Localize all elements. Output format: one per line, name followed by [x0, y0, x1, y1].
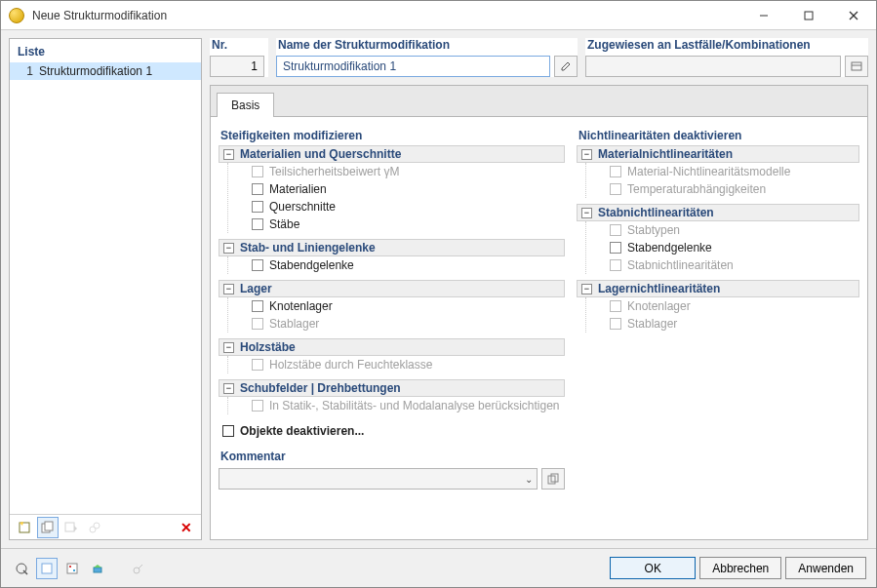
- checkbox[interactable]: [252, 201, 263, 213]
- checkbox[interactable]: [252, 300, 263, 312]
- apply-button[interactable]: Anwenden: [785, 557, 866, 579]
- group-materialien[interactable]: − Materialien und Querschnitte: [219, 145, 565, 163]
- checkbox[interactable]: [610, 300, 621, 312]
- dropdown-icon[interactable]: [60, 517, 82, 538]
- group-holz[interactable]: − Holzstäbe: [219, 338, 565, 356]
- checkbox[interactable]: [252, 318, 263, 330]
- item-knotenlager[interactable]: Knotenlager: [228, 297, 565, 315]
- group-lagernl[interactable]: − Lagernichtlinearitäten: [577, 280, 859, 297]
- expander-icon[interactable]: −: [223, 149, 234, 160]
- group-lager[interactable]: − Lager: [219, 280, 565, 297]
- item-matnl-modelle[interactable]: Material-Nichtlinearitätsmodelle: [586, 163, 859, 180]
- delete-icon[interactable]: ✕: [176, 517, 197, 538]
- help-icon[interactable]: [11, 558, 32, 579]
- nr-input[interactable]: [210, 56, 264, 77]
- svg-rect-17: [67, 564, 77, 573]
- main-panel: Basis Steifigkeiten modifizieren − Mater…: [210, 85, 868, 540]
- view2-icon[interactable]: [61, 558, 83, 579]
- checkbox[interactable]: [252, 259, 263, 271]
- checkbox[interactable]: [252, 359, 263, 371]
- kommentar-select[interactable]: ⌄: [219, 468, 538, 490]
- expander-icon[interactable]: −: [223, 243, 234, 254]
- top-row: Nr. Name der Strukturmodifikation Zugewi…: [210, 38, 868, 77]
- checkbox[interactable]: [252, 218, 263, 230]
- item-feuchte[interactable]: Holzstäbe durch Feuchteklasse: [228, 356, 565, 373]
- expander-icon[interactable]: −: [581, 149, 592, 160]
- minimize-button[interactable]: [741, 1, 786, 29]
- svg-rect-16: [42, 564, 52, 573]
- stiffness-column: Steifigkeiten modifizieren − Materialien…: [219, 125, 565, 531]
- checkbox[interactable]: [610, 224, 621, 236]
- svg-rect-1: [805, 12, 813, 20]
- group-gelenke[interactable]: − Stab- und Liniengelenke: [219, 239, 565, 256]
- liste-header: Liste: [10, 39, 201, 62]
- checkbox[interactable]: [610, 183, 621, 195]
- svg-line-22: [139, 565, 142, 568]
- nr-label: Nr.: [210, 38, 268, 56]
- maximize-button[interactable]: [786, 1, 831, 29]
- link-icon[interactable]: [84, 517, 105, 538]
- group-schub[interactable]: − Schubfelder | Drehbettungen: [219, 379, 565, 397]
- nonlin-column: Nichtlinearitäten deaktivieren − Materia…: [577, 125, 859, 531]
- objekte-deaktivieren[interactable]: Objekte deaktivieren...: [219, 414, 565, 442]
- close-button[interactable]: [831, 1, 876, 29]
- view3-icon[interactable]: [87, 558, 108, 579]
- nonlin-title: Nichtlinearitäten deaktivieren: [577, 125, 859, 145]
- ok-button[interactable]: OK: [610, 557, 696, 579]
- item-stabendgelenke[interactable]: Stabendgelenke: [228, 256, 565, 274]
- name-box: Name der Strukturmodifikation: [276, 38, 578, 77]
- stiffness-title: Steifigkeiten modifizieren: [219, 125, 565, 145]
- expander-icon[interactable]: −: [223, 284, 234, 294]
- item-stabnl-stabtypen[interactable]: Stabtypen: [586, 221, 859, 239]
- tab-basis[interactable]: Basis: [217, 93, 274, 117]
- copy-icon[interactable]: [37, 517, 59, 538]
- expander-icon[interactable]: −: [223, 383, 234, 394]
- svg-point-19: [73, 569, 75, 571]
- settings-icon[interactable]: [128, 558, 149, 579]
- checkbox[interactable]: [252, 166, 263, 177]
- new-icon[interactable]: [14, 517, 35, 538]
- item-staebe[interactable]: Stäbe: [228, 216, 565, 233]
- checkbox[interactable]: [252, 183, 263, 195]
- view1-icon[interactable]: [36, 558, 58, 579]
- item-stabnl-stabendgelenke[interactable]: Stabendgelenke: [586, 239, 859, 256]
- cancel-button[interactable]: Abbrechen: [699, 557, 781, 579]
- group-matnl[interactable]: − Materialnichtlinearitäten: [577, 145, 859, 163]
- item-querschnitte[interactable]: Querschnitte: [228, 198, 565, 216]
- item-teilsicherheit[interactable]: Teilsicherheitsbeiwert γM: [228, 163, 565, 180]
- item-lagernl-stab[interactable]: Stablager: [586, 315, 859, 333]
- app-icon: [9, 8, 24, 23]
- checkbox[interactable]: [610, 242, 621, 254]
- checkbox[interactable]: [222, 425, 234, 437]
- kommentar-section: Kommentar ⌄: [219, 442, 565, 490]
- name-edit-icon[interactable]: [554, 56, 578, 77]
- item-stablager[interactable]: Stablager: [228, 315, 565, 333]
- checkbox[interactable]: [610, 166, 621, 177]
- item-materialien[interactable]: Materialien: [228, 180, 565, 198]
- expander-icon[interactable]: −: [581, 284, 592, 294]
- assigned-input[interactable]: [585, 56, 841, 77]
- svg-point-18: [69, 566, 71, 568]
- expander-icon[interactable]: −: [223, 342, 234, 353]
- kommentar-label: Kommentar: [219, 446, 565, 466]
- item-lagernl-knoten[interactable]: Knotenlager: [586, 297, 859, 315]
- expander-icon[interactable]: −: [581, 208, 592, 218]
- chevron-down-icon: ⌄: [525, 474, 533, 485]
- liste-item-index: 1: [16, 64, 33, 78]
- checkbox[interactable]: [252, 400, 263, 412]
- liste-item[interactable]: 1 Strukturmodifikation 1: [10, 62, 201, 80]
- kommentar-copy-icon[interactable]: [541, 468, 565, 490]
- assigned-box: Zugewiesen an Lastfälle/Kombinationen: [585, 38, 868, 77]
- nr-box: Nr.: [210, 38, 268, 77]
- item-analyse[interactable]: In Statik-, Stabilitäts- und Modalanalys…: [228, 397, 565, 414]
- group-stabnl[interactable]: − Stabnichtlinearitäten: [577, 204, 859, 221]
- checkbox[interactable]: [610, 259, 621, 271]
- item-matnl-temp[interactable]: Temperaturabhängigkeiten: [586, 180, 859, 198]
- assigned-label: Zugewiesen an Lastfälle/Kombinationen: [585, 38, 868, 56]
- liste-list[interactable]: 1 Strukturmodifikation 1: [10, 62, 201, 514]
- item-stabnl-stabnl[interactable]: Stabnichtlinearitäten: [586, 256, 859, 274]
- footer: OK Abbrechen Anwenden: [1, 548, 876, 587]
- checkbox[interactable]: [610, 318, 621, 330]
- name-input[interactable]: [276, 56, 550, 77]
- assigned-picker-icon[interactable]: [845, 56, 868, 77]
